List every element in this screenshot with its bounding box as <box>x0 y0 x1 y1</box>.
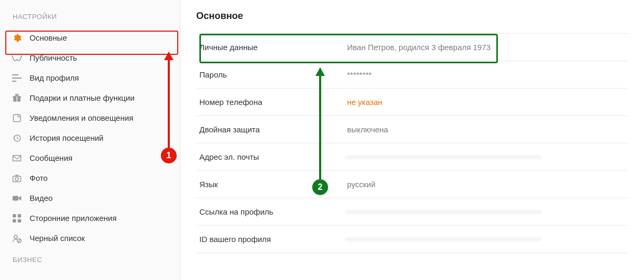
row-language[interactable]: Язык русский <box>196 170 628 198</box>
sidebar-item-video[interactable]: Видео <box>0 188 180 208</box>
svg-rect-13 <box>13 219 16 223</box>
sidebar-item-label: Уведомления и оповещения <box>30 113 133 123</box>
sidebar-item-label: Фото <box>30 173 47 184</box>
main-panel: Основное Личные данные Иван Петров, роди… <box>180 0 644 280</box>
row-personal-data[interactable]: Личные данные Иван Петров, родился 3 фев… <box>196 33 628 61</box>
sidebar-item-notifications[interactable]: Уведомления и оповещения <box>0 108 180 128</box>
history-icon <box>12 133 22 143</box>
sidebar-item-label: Публичность <box>30 53 77 63</box>
setting-value: русский <box>347 180 625 189</box>
setting-label: ID вашего профиля <box>199 235 347 244</box>
setting-label: Личные данные <box>199 43 347 52</box>
setting-label: Номер телефона <box>199 98 347 107</box>
sidebar-item-basic[interactable]: Основные <box>0 28 180 48</box>
sidebar-item-publicity[interactable]: Публичность <box>0 48 180 68</box>
sidebar-item-label: Сторонние приложения <box>30 213 117 224</box>
setting-value: не указан <box>347 98 625 107</box>
row-profile-id[interactable]: ID вашего профиля <box>196 225 628 253</box>
setting-label: Ссылка на профиль <box>199 207 347 216</box>
sidebar-heading-settings: НАСТРОЙКИ <box>0 9 180 28</box>
sidebar: НАСТРОЙКИ Основные Публичность Вид профи… <box>0 0 180 280</box>
sidebar-item-blacklist[interactable]: Черный список <box>0 228 180 248</box>
sidebar-item-label: История посещений <box>30 133 103 143</box>
svg-rect-11 <box>13 214 16 217</box>
row-password[interactable]: Пароль ******** <box>196 61 628 88</box>
sidebar-item-profile-view[interactable]: Вид профиля <box>0 68 180 88</box>
svg-point-15 <box>14 235 17 238</box>
sidebar-item-apps[interactable]: Сторонние приложения <box>0 208 180 228</box>
list-icon <box>12 73 22 83</box>
sidebar-item-label: Черный список <box>30 233 85 244</box>
setting-label: Двойная защита <box>199 125 347 134</box>
sidebar-item-label: Вид профиля <box>30 73 79 83</box>
row-phone[interactable]: Номер телефона не указан <box>196 88 628 115</box>
notify-icon <box>12 113 22 123</box>
sidebar-item-gifts[interactable]: Подарки и платные функции <box>0 88 180 108</box>
svg-rect-10 <box>13 196 18 201</box>
svg-point-9 <box>15 178 18 181</box>
camera-icon <box>12 173 22 184</box>
svg-rect-6 <box>13 114 21 122</box>
gift-icon <box>12 93 22 103</box>
setting-label: Пароль <box>199 70 347 79</box>
sidebar-item-label: Видео <box>30 193 53 204</box>
svg-rect-12 <box>18 214 21 217</box>
video-icon <box>12 193 22 204</box>
svg-rect-2 <box>12 81 16 82</box>
svg-rect-5 <box>16 96 17 102</box>
settings-list: Личные данные Иван Петров, родился 3 фев… <box>196 33 628 253</box>
setting-label: Язык <box>199 180 347 189</box>
sidebar-item-label: Подарки и платные функции <box>30 93 134 103</box>
setting-value: Иван Петров, родился 3 февраля 1973 <box>347 43 625 52</box>
sidebar-item-history[interactable]: История посещений <box>0 128 180 148</box>
svg-rect-0 <box>12 74 18 75</box>
sidebar-item-photo[interactable]: Фото <box>0 168 180 188</box>
setting-label: Адрес эл. почты <box>199 152 347 161</box>
sidebar-heading-business: БИЗНЕС <box>0 253 180 271</box>
blacklist-icon <box>12 233 22 244</box>
page-title: Основное <box>196 11 628 22</box>
sidebar-item-label: Основные <box>30 33 67 43</box>
apps-icon <box>12 213 22 224</box>
glasses-icon <box>12 53 22 63</box>
mail-icon <box>12 153 22 163</box>
svg-rect-14 <box>18 219 21 223</box>
setting-value: ******** <box>347 70 625 79</box>
row-2fa[interactable]: Двойная защита выключена <box>196 115 628 143</box>
sidebar-item-label: Сообщения <box>30 153 72 163</box>
setting-value: выключена <box>347 125 625 134</box>
row-profile-link[interactable]: Ссылка на профиль <box>196 198 628 225</box>
gear-icon <box>12 33 22 43</box>
row-email[interactable]: Адрес эл. почты <box>196 143 628 170</box>
sidebar-item-messages[interactable]: Сообщения <box>0 148 180 168</box>
svg-rect-1 <box>12 78 22 79</box>
